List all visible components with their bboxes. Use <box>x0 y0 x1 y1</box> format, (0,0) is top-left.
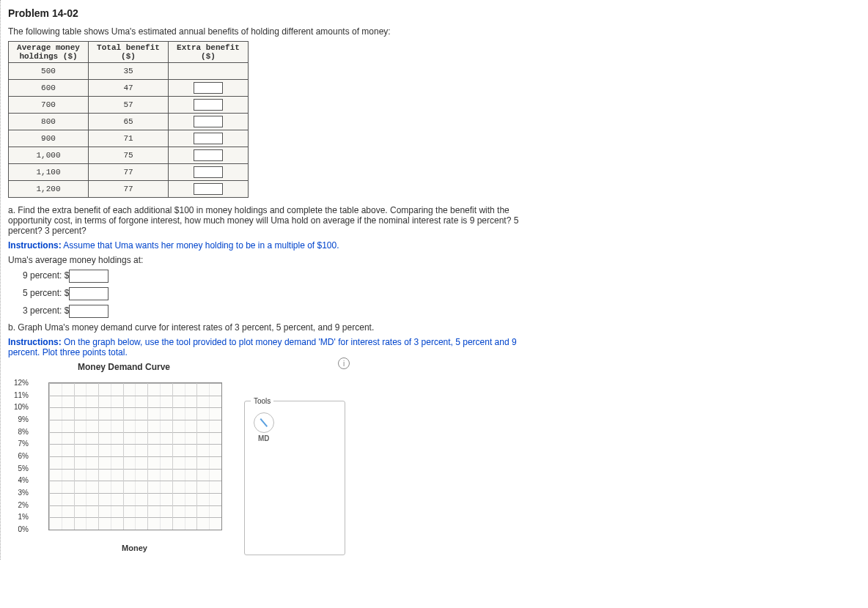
table-row: 1,10077 <box>9 164 249 181</box>
y-tick: 1% <box>18 513 29 521</box>
y-tick: 5% <box>18 464 29 472</box>
y-tick: 4% <box>18 476 29 484</box>
cell-total: 57 <box>89 97 169 114</box>
instructions-label-a: Instructions: <box>8 240 62 251</box>
chart-area[interactable]: Nominal Interest Rate 0%1%2%3%4%5%6%7%8%… <box>8 382 228 552</box>
cell-holdings: 1,200 <box>9 181 89 198</box>
cell-extra <box>169 114 249 130</box>
extra-benefit-input[interactable] <box>194 133 223 144</box>
table-row: 1,00075 <box>9 147 249 164</box>
line-icon <box>260 418 268 427</box>
y-tick: 9% <box>18 415 29 423</box>
tools-panel: Tools MD <box>244 397 345 555</box>
th-extra: Extra benefit ($) <box>169 42 249 63</box>
cell-extra <box>169 63 249 80</box>
y-tick: 12% <box>14 379 29 387</box>
cell-total: 77 <box>89 181 169 198</box>
part-a-text: a. Find the extra benefit of each additi… <box>8 205 543 236</box>
instructions-text-b: On the graph below, use the tool provide… <box>8 337 517 357</box>
cell-extra <box>169 97 249 114</box>
benefits-table: Average money holdings ($) Total benefit… <box>8 41 249 198</box>
holdings-input[interactable] <box>69 305 108 318</box>
cell-holdings: 1,100 <box>9 164 89 181</box>
cell-total: 77 <box>89 164 169 181</box>
table-row: 1,20077 <box>9 181 249 198</box>
chart-title: Money Demand Curve <box>78 362 861 372</box>
extra-benefit-input[interactable] <box>194 82 223 94</box>
extra-benefit-input[interactable] <box>194 166 223 178</box>
cell-extra <box>169 164 249 181</box>
extra-benefit-input[interactable] <box>194 99 223 111</box>
holdings-lead: Uma's average money holdings at: <box>8 255 861 265</box>
cell-holdings: 500 <box>9 63 89 80</box>
cell-extra <box>169 181 249 198</box>
y-tick: 6% <box>18 452 29 460</box>
answer-line: 9 percent: $ <box>23 270 861 283</box>
cell-holdings: 900 <box>9 130 89 147</box>
cell-holdings: 600 <box>9 80 89 97</box>
y-tick: 10% <box>14 403 29 411</box>
instructions-label-b: Instructions: <box>8 337 62 347</box>
y-tick: 0% <box>18 525 29 533</box>
extra-benefit-input[interactable] <box>194 183 223 195</box>
answer-label: 3 percent: $ <box>23 305 69 316</box>
page-title: Problem 14-02 <box>8 7 861 19</box>
holdings-input[interactable] <box>69 270 108 283</box>
tool-md-label: MD <box>258 434 339 442</box>
table-row: 50035 <box>9 63 249 80</box>
extra-benefit-input[interactable] <box>194 116 223 127</box>
table-row: 80065 <box>9 114 249 130</box>
cell-extra <box>169 80 249 97</box>
y-tick: 11% <box>14 390 29 398</box>
y-tick: 3% <box>18 489 29 497</box>
instructions-text-a: Assume that Uma wants her money holding … <box>63 240 339 251</box>
cell-extra <box>169 147 249 164</box>
x-axis-label: Money <box>48 544 221 552</box>
cell-total: 75 <box>89 147 169 164</box>
cell-total: 71 <box>89 130 169 147</box>
table-row: 70057 <box>9 97 249 114</box>
cell-holdings: 700 <box>9 97 89 114</box>
table-row: 60047 <box>9 80 249 97</box>
table-row: 90071 <box>9 130 249 147</box>
cell-holdings: 800 <box>9 114 89 130</box>
holdings-input[interactable] <box>69 287 108 300</box>
answer-line: 3 percent: $ <box>23 305 861 318</box>
cell-holdings: 1,000 <box>9 147 89 164</box>
y-tick: 7% <box>18 440 29 448</box>
info-icon[interactable]: i <box>338 357 350 369</box>
y-tick: 2% <box>18 500 29 508</box>
tool-md-button[interactable] <box>254 412 274 433</box>
th-total: Total benefit ($) <box>89 42 169 63</box>
answer-label: 5 percent: $ <box>23 288 69 298</box>
cell-total: 65 <box>89 114 169 130</box>
cell-extra <box>169 130 249 147</box>
plot-canvas[interactable] <box>48 382 222 530</box>
answer-line: 5 percent: $ <box>23 287 861 300</box>
answer-label: 9 percent: $ <box>23 270 69 281</box>
part-b-text: b. Graph Uma's money demand curve for in… <box>8 322 861 333</box>
tools-legend: Tools <box>251 397 273 405</box>
intro-text: The following table shows Uma's estimate… <box>8 26 861 37</box>
cell-total: 47 <box>89 80 169 97</box>
extra-benefit-input[interactable] <box>194 149 223 161</box>
th-holdings: Average money holdings ($) <box>9 42 89 63</box>
cell-total: 35 <box>89 63 169 80</box>
y-tick: 8% <box>18 427 29 435</box>
